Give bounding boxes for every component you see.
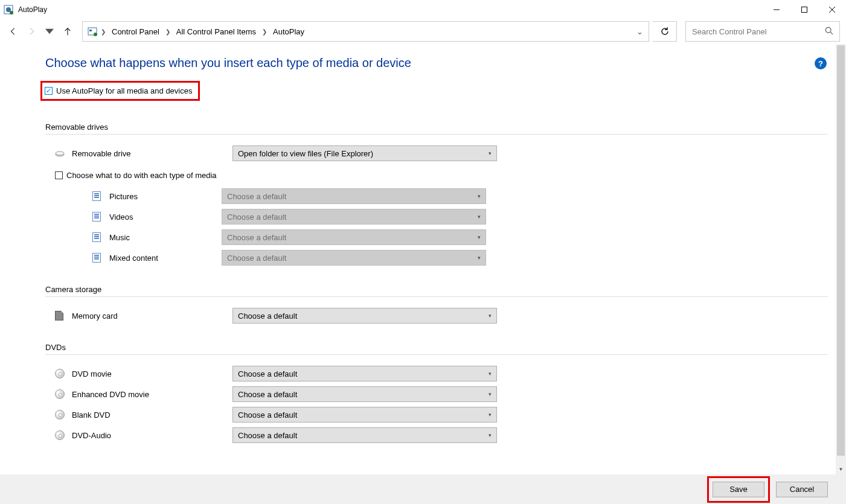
chevron-down-icon: ▾ xyxy=(489,371,492,377)
choose-each-checkbox[interactable]: Choose what to do with each type of medi… xyxy=(55,171,828,180)
pictures-label: Pictures xyxy=(109,192,222,201)
removable-drive-dropdown[interactable]: Open folder to view files (File Explorer… xyxy=(232,145,497,161)
chevron-down-icon: ▾ xyxy=(478,193,481,199)
dvd-audio-icon xyxy=(55,430,72,440)
videos-label: Videos xyxy=(109,212,222,222)
scroll-thumb[interactable] xyxy=(837,45,845,456)
save-button[interactable]: Save xyxy=(713,482,764,497)
checkbox-icon xyxy=(45,87,53,95)
section-removable-header: Removable drives xyxy=(45,123,828,132)
chevron-down-icon: ▾ xyxy=(489,432,492,438)
dvd-movie-dropdown[interactable]: Choose a default▾ xyxy=(232,366,497,381)
close-button[interactable] xyxy=(818,0,846,19)
blank-dvd-label: Blank DVD xyxy=(72,410,232,419)
breadcrumb-leaf[interactable]: AutoPlay xyxy=(271,27,307,36)
svg-point-15 xyxy=(56,152,64,155)
mixed-icon xyxy=(92,253,109,263)
vertical-scrollbar[interactable]: ▲ ▼ xyxy=(836,44,846,474)
pictures-dropdown[interactable]: Choose a default▾ xyxy=(222,188,486,204)
highlight-save: Save xyxy=(707,476,770,503)
checkbox-icon xyxy=(55,171,63,179)
svg-marker-7 xyxy=(45,29,54,34)
mixed-label: Mixed content xyxy=(109,254,222,263)
help-icon[interactable]: ? xyxy=(815,57,827,69)
up-button[interactable] xyxy=(60,24,75,39)
section-camera-header: Camera storage xyxy=(45,285,828,294)
section-dvds-header: DVDs xyxy=(45,343,828,352)
chevron-down-icon: ▾ xyxy=(489,150,492,156)
autoplay-icon xyxy=(4,5,13,14)
chevron-right-icon: ❯ xyxy=(164,28,171,35)
search-icon xyxy=(825,27,833,37)
enhanced-dvd-label: Enhanced DVD movie xyxy=(72,390,232,399)
content-area: ? Choose what happens when you insert ea… xyxy=(0,44,846,474)
chevron-right-icon: ❯ xyxy=(261,28,268,35)
blank-dvd-icon xyxy=(55,410,72,419)
dvd-audio-dropdown[interactable]: Choose a default▾ xyxy=(232,427,497,443)
dvd-audio-label: DVD-Audio xyxy=(72,431,232,440)
music-dropdown[interactable]: Choose a default▾ xyxy=(222,229,486,245)
use-autoplay-checkbox[interactable]: Use AutoPlay for all media and devices xyxy=(45,86,192,95)
dvd-movie-label: DVD movie xyxy=(72,369,232,378)
memory-card-label: Memory card xyxy=(72,311,232,321)
highlight-use-autoplay: Use AutoPlay for all media and devices xyxy=(40,81,200,101)
pictures-icon xyxy=(92,191,109,201)
memory-card-icon xyxy=(55,311,72,321)
choose-each-label: Choose what to do with each type of medi… xyxy=(66,171,217,180)
dvd-movie-icon xyxy=(55,369,72,378)
svg-point-11 xyxy=(94,33,97,36)
breadcrumb-root[interactable]: Control Panel xyxy=(109,27,162,36)
svg-point-2 xyxy=(10,11,13,14)
mixed-dropdown[interactable]: Choose a default▾ xyxy=(222,250,486,266)
cancel-button[interactable]: Cancel xyxy=(776,482,828,497)
navbar: ❯ Control Panel ❯ All Control Panel Item… xyxy=(0,19,846,44)
chevron-down-icon: ▾ xyxy=(478,214,481,220)
chevron-down-icon: ▾ xyxy=(478,234,481,240)
search-placeholder: Search Control Panel xyxy=(692,27,767,36)
recent-dropdown[interactable] xyxy=(42,24,57,39)
svg-rect-4 xyxy=(802,7,807,12)
page-title: Choose what happens when you insert each… xyxy=(45,56,828,70)
address-bar[interactable]: ❯ Control Panel ❯ All Control Panel Item… xyxy=(82,21,649,42)
svg-line-13 xyxy=(830,32,833,34)
removable-drive-label: Removable drive xyxy=(72,149,232,158)
memory-card-dropdown[interactable]: Choose a default▾ xyxy=(232,308,497,324)
address-dropdown[interactable]: ⌄ xyxy=(630,27,649,36)
videos-icon xyxy=(92,212,109,222)
use-autoplay-label: Use AutoPlay for all media and devices xyxy=(56,86,192,95)
window-title: AutoPlay xyxy=(18,5,47,14)
enhanced-dvd-icon xyxy=(55,389,72,399)
removable-drive-icon xyxy=(55,148,72,158)
svg-rect-10 xyxy=(89,30,92,31)
minimize-button[interactable] xyxy=(763,0,790,19)
chevron-down-icon: ▾ xyxy=(478,255,481,261)
svg-point-12 xyxy=(825,27,831,33)
maximize-button[interactable] xyxy=(790,0,818,19)
enhanced-dvd-dropdown[interactable]: Choose a default▾ xyxy=(232,386,497,402)
blank-dvd-dropdown[interactable]: Choose a default▾ xyxy=(232,407,497,423)
titlebar: AutoPlay xyxy=(0,0,846,19)
svg-point-1 xyxy=(6,7,11,12)
chevron-right-icon: ❯ xyxy=(100,28,107,35)
music-label: Music xyxy=(109,233,222,242)
refresh-button[interactable] xyxy=(653,21,677,42)
footer: Save Cancel xyxy=(0,474,846,504)
back-button[interactable] xyxy=(6,24,21,39)
breadcrumb-mid[interactable]: All Control Panel Items xyxy=(174,27,258,36)
forward-button[interactable] xyxy=(24,24,39,39)
music-icon xyxy=(92,232,109,242)
scroll-down-icon[interactable]: ▼ xyxy=(836,464,846,474)
videos-dropdown[interactable]: Choose a default▾ xyxy=(222,209,486,225)
chevron-down-icon: ▾ xyxy=(489,412,492,418)
search-input[interactable]: Search Control Panel xyxy=(685,21,840,42)
chevron-down-icon: ▾ xyxy=(489,313,492,319)
chevron-down-icon: ▾ xyxy=(489,391,492,397)
location-icon xyxy=(88,27,97,36)
